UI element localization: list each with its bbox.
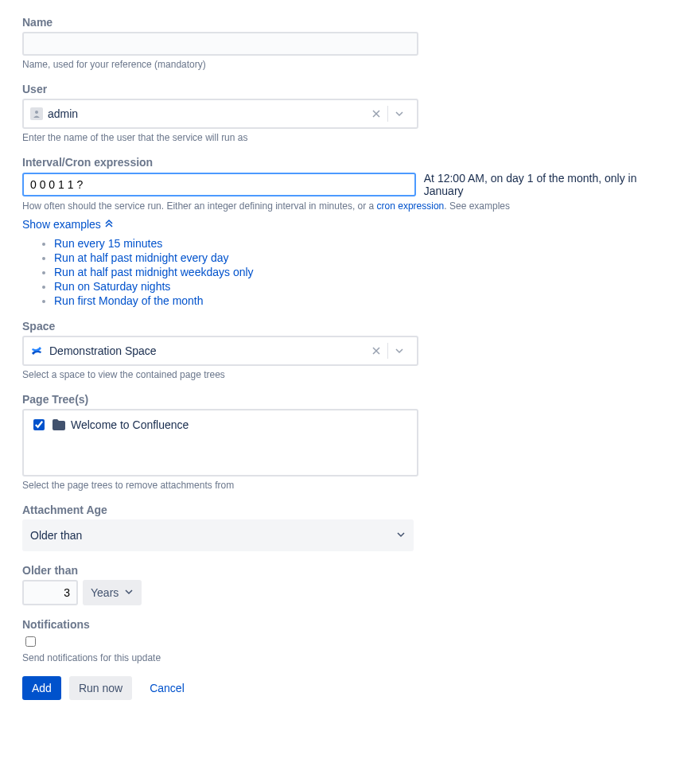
cron-expression-link[interactable]: cron expression: [377, 200, 445, 212]
cron-input[interactable]: [22, 173, 416, 196]
page-trees-label: Page Tree(s): [22, 393, 678, 406]
show-examples-toggle[interactable]: Show examples: [22, 218, 114, 231]
user-label: User: [22, 83, 678, 95]
example-link[interactable]: Run at half past midnight weekdays only: [54, 266, 254, 278]
interval-label: Interval/Cron expression: [22, 156, 678, 169]
cron-description: At 12:00 AM, on day 1 of the month, only…: [424, 172, 678, 197]
user-value: admin: [48, 107, 365, 120]
page-tree-checkbox[interactable]: [33, 419, 45, 430]
example-link[interactable]: Run at half past midnight every day: [54, 251, 228, 264]
attachment-age-select[interactable]: Older than: [22, 519, 414, 551]
name-input[interactable]: [22, 32, 418, 56]
interval-help: How often should the service run. Either…: [22, 200, 678, 212]
notifications-checkbox[interactable]: [25, 636, 36, 647]
older-than-unit-select[interactable]: Years: [83, 580, 142, 605]
older-than-value-input[interactable]: [22, 580, 78, 605]
user-clear-icon[interactable]: [365, 100, 387, 127]
user-select[interactable]: admin: [22, 99, 418, 129]
page-tree-item[interactable]: Welcome to Confluence: [30, 417, 410, 433]
page-trees-box: Welcome to Confluence: [22, 409, 418, 476]
space-caret-icon[interactable]: [388, 337, 410, 364]
confluence-icon: [30, 344, 43, 357]
user-caret-icon[interactable]: [388, 100, 410, 127]
space-select[interactable]: Demonstration Space: [22, 336, 418, 366]
notifications-help: Send notifications for this update: [22, 652, 678, 663]
example-link[interactable]: Run on Saturday nights: [54, 280, 170, 293]
page-tree-item-label: Welcome to Confluence: [71, 418, 189, 431]
attachment-age-label: Attachment Age: [22, 504, 678, 516]
chevron-double-up-icon: [104, 218, 114, 231]
space-clear-icon[interactable]: [365, 337, 387, 364]
notifications-label: Notifications: [22, 618, 678, 631]
user-avatar-icon: [30, 107, 43, 120]
examples-list: Run every 15 minutes Run at half past mi…: [22, 237, 678, 307]
name-help: Name, used for your reference (mandatory…: [22, 59, 678, 70]
name-label: Name: [22, 16, 678, 29]
run-now-button[interactable]: Run now: [69, 676, 132, 700]
cancel-button[interactable]: Cancel: [140, 676, 194, 700]
older-than-label: Older than: [22, 564, 678, 577]
example-link[interactable]: Run every 15 minutes: [54, 237, 162, 250]
page-trees-help: Select the page trees to remove attachme…: [22, 480, 678, 491]
svg-point-0: [35, 111, 38, 114]
folder-icon: [52, 418, 66, 431]
space-label: Space: [22, 320, 678, 333]
add-button[interactable]: Add: [22, 676, 61, 700]
example-link[interactable]: Run first Monday of the month: [54, 294, 204, 307]
space-value: Demonstration Space: [49, 344, 365, 357]
user-help: Enter the name of the user that the serv…: [22, 132, 678, 143]
space-help: Select a space to view the contained pag…: [22, 369, 678, 380]
